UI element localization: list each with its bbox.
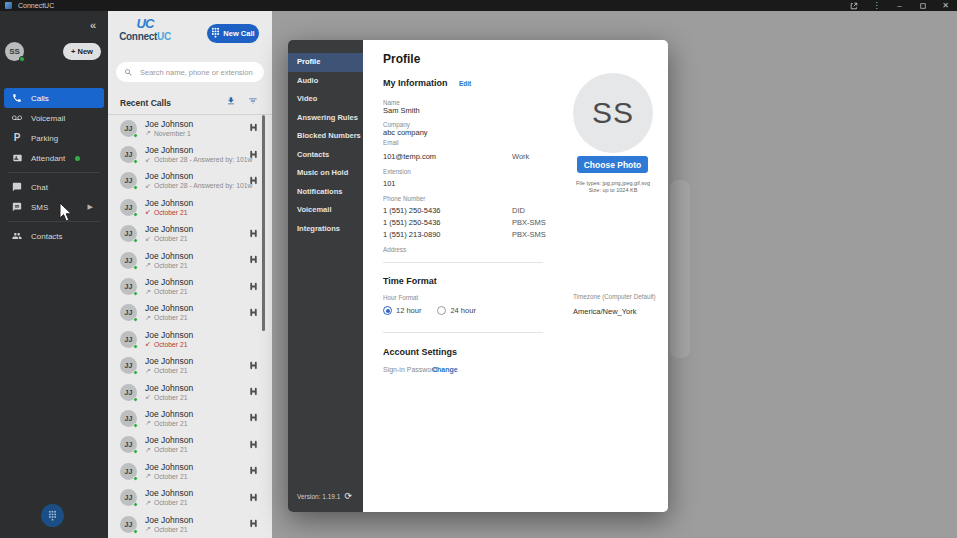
list-scrollbar[interactable]: [262, 115, 265, 331]
popout-icon[interactable]: [842, 0, 865, 11]
radio-12-hour[interactable]: [383, 306, 392, 315]
handset-icon: [248, 489, 259, 507]
recent-call-item[interactable]: JJ Joe Johnson ↗ October 21: [108, 247, 272, 273]
call-date: October 21: [154, 525, 188, 534]
minimize-icon[interactable]: –: [888, 0, 911, 11]
handset-icon: [248, 304, 259, 322]
call-detail: ↗ October 21: [145, 287, 238, 296]
call-detail: ↗ October 21: [145, 472, 238, 481]
presence-dot: [133, 212, 138, 217]
address-label: Address: [383, 246, 406, 253]
sidebar-item-sms[interactable]: SMS ▶: [4, 197, 104, 217]
call-button[interactable]: [246, 383, 260, 401]
recent-call-item[interactable]: JJ Joe Johnson ↗ October 21: [108, 458, 272, 484]
recent-call-item[interactable]: JJ Joe Johnson ↗ October 21: [108, 432, 272, 458]
sidebar-item-attendant[interactable]: Attendant ▶: [4, 148, 104, 168]
time-format-heading: Time Format: [383, 276, 437, 286]
radio-12-hour-label: 12 hour: [396, 306, 421, 315]
recent-call-item[interactable]: JJ Joe Johnson ↗ October 21: [108, 484, 272, 510]
recent-call-item[interactable]: JJ Joe Johnson ↙ October 21: [108, 221, 272, 247]
recent-call-item[interactable]: JJ Joe Johnson ↗ October 21: [108, 353, 272, 379]
call-button[interactable]: [246, 357, 260, 375]
my-information-heading: My Information: [383, 78, 448, 88]
search-box[interactable]: [116, 62, 264, 82]
call-date: October 28 - Answered by: 101w: [154, 181, 253, 190]
collapse-sidebar-icon[interactable]: «: [90, 20, 96, 31]
settings-menu-item-contacts[interactable]: Contacts: [288, 146, 363, 165]
change-password-link[interactable]: Change: [432, 366, 458, 373]
call-button[interactable]: [246, 278, 260, 296]
recent-call-item[interactable]: JJ Joe Johnson ↗ October 21: [108, 300, 272, 326]
call-button[interactable]: [246, 436, 260, 454]
section-divider: [383, 262, 543, 263]
call-direction-icon: ↗: [145, 288, 151, 296]
sidebar-item-chat[interactable]: Chat ▶: [4, 177, 104, 197]
recent-call-item[interactable]: JJ Joe Johnson ↗ November 1: [108, 115, 272, 141]
sidebar-item-voicemail[interactable]: Voicemail ▶: [4, 108, 104, 128]
version-row: Version: 1.19.1 ⟳: [297, 492, 352, 500]
settings-menu-item-blocked-numbers[interactable]: Blocked Numbers: [288, 127, 363, 146]
sidebar-item-contacts[interactable]: Contacts ▶: [4, 226, 104, 246]
call-date: October 21: [154, 472, 188, 481]
settings-menu-item-profile[interactable]: Profile: [288, 53, 363, 72]
user-avatar[interactable]: SS: [5, 42, 24, 61]
refresh-icon[interactable]: ⟳: [344, 492, 352, 500]
settings-menu-item-audio[interactable]: Audio: [288, 72, 363, 91]
presence-dot: [133, 502, 138, 507]
recent-calls-list: JJ Joe Johnson ↗ November 1 JJ Joe Johns…: [108, 115, 272, 538]
recent-call-item[interactable]: JJ Joe Johnson ↙ October 21: [108, 326, 272, 352]
contact-avatar: JJ: [120, 199, 137, 216]
recent-call-item[interactable]: JJ Joe Johnson ↙ October 21: [108, 194, 272, 220]
recent-call-item[interactable]: JJ Joe Johnson ↙ October 21: [108, 379, 272, 405]
phone-number-value: 1 (551) 250-5436: [383, 206, 441, 215]
call-date: October 21: [154, 419, 188, 428]
call-detail: ↙ October 28 - Answered by: 101w: [145, 155, 238, 164]
settings-menu-item-answering-rules[interactable]: Answering Rules: [288, 109, 363, 128]
dialpad-icon: [48, 507, 57, 525]
new-button[interactable]: + New: [63, 43, 101, 60]
call-button[interactable]: [246, 304, 260, 322]
call-button[interactable]: [246, 409, 260, 427]
recent-call-item[interactable]: JJ Joe Johnson ↗ October 21: [108, 273, 272, 299]
recent-call-item[interactable]: JJ Joe Johnson ↙ October 28 - Answered b…: [108, 168, 272, 194]
recent-call-item[interactable]: JJ Joe Johnson ↗ October 21: [108, 405, 272, 431]
sidebar-item-parking[interactable]: P Parking ▶: [4, 128, 104, 148]
close-icon[interactable]: ✕: [934, 0, 957, 11]
voicemail-icon: [11, 113, 23, 123]
call-detail: ↗ October 21: [145, 366, 238, 375]
settings-menu-item-video[interactable]: Video: [288, 90, 363, 109]
maximize-icon[interactable]: [911, 0, 934, 11]
contact-initials: JJ: [125, 336, 133, 343]
call-button[interactable]: [246, 172, 260, 190]
call-button[interactable]: [246, 489, 260, 507]
call-button[interactable]: [246, 251, 260, 269]
call-button[interactable]: [246, 119, 260, 137]
dialpad-fab[interactable]: [41, 504, 64, 527]
call-detail: ↙ October 21: [145, 393, 238, 402]
call-direction-icon: ↗: [145, 261, 151, 269]
download-icon[interactable]: [226, 92, 236, 110]
menu-kebab-icon[interactable]: ⋮: [865, 0, 888, 11]
recent-call-item[interactable]: JJ Joe Johnson ↙ October 28 - Answered b…: [108, 141, 272, 167]
call-button[interactable]: [246, 515, 260, 533]
search-input[interactable]: [138, 67, 256, 78]
call-date: October 21: [154, 340, 188, 349]
contact-name: Joe Johnson: [145, 462, 238, 472]
new-call-button[interactable]: New Call: [207, 24, 259, 43]
settings-menu-item-music-on-hold[interactable]: Music on Hold: [288, 164, 363, 183]
sms-icon: [11, 202, 23, 212]
settings-menu-item-voicemail[interactable]: Voicemail: [288, 201, 363, 220]
call-direction-icon: ↙: [145, 156, 151, 164]
call-button[interactable]: [246, 225, 260, 243]
edit-link[interactable]: Edit: [459, 80, 471, 87]
filter-icon[interactable]: [248, 92, 258, 110]
call-button[interactable]: [246, 462, 260, 480]
settings-menu-item-integrations[interactable]: Integrations: [288, 220, 363, 239]
settings-menu-item-notifications[interactable]: Notifications: [288, 183, 363, 202]
recent-call-item[interactable]: JJ Joe Johnson ↗ October 21: [108, 511, 272, 537]
call-button[interactable]: [246, 146, 260, 164]
phone-number-value: 1 (551) 213-0890: [383, 230, 441, 239]
choose-photo-button[interactable]: Choose Photo: [577, 156, 648, 173]
sidebar-item-calls[interactable]: Calls ▶: [4, 88, 104, 108]
radio-24-hour[interactable]: [437, 306, 446, 315]
